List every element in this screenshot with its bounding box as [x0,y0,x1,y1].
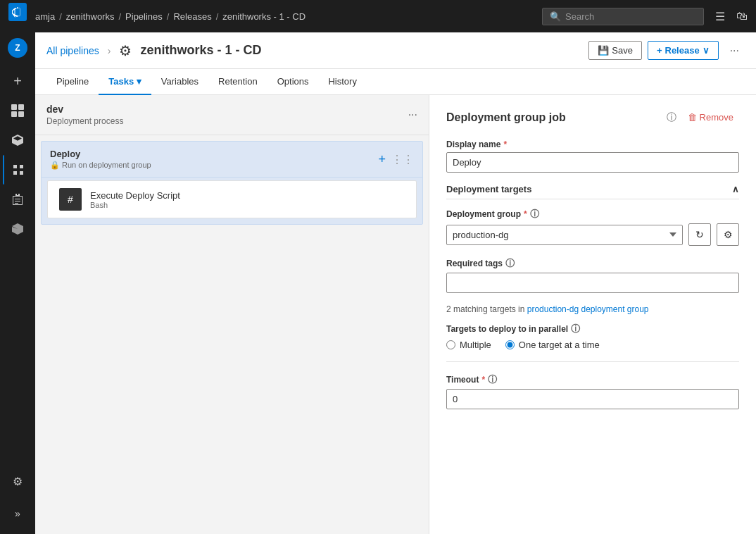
main-layout: Z + ⚙ » All pipelines › ⚙ zenithworks - … [0,32,756,534]
plus-icon: + [657,45,662,56]
sidebar-item-boards[interactable] [3,96,32,125]
deployment-group-dropdown-row: production-dg ↻ ⚙ [446,223,739,246]
user-avatar[interactable]: Z [8,38,27,58]
page-header: All pipelines › ⚙ zenithworks - 1 - CD 💾… [35,32,756,69]
tab-options[interactable]: Options [267,69,319,95]
sidebar-item-repos[interactable] [3,125,32,155]
sidebar-bottom: ⚙ » [3,466,32,534]
targets-parallel-field: Targets to deploy to in parallel ⓘ Multi… [446,323,739,350]
timeout-field: Timeout * ⓘ [446,373,739,409]
breadcrumb-releases[interactable]: Releases [173,11,211,22]
tab-retention[interactable]: Retention [208,69,267,95]
timeout-info-icon[interactable]: ⓘ [488,373,497,386]
required-tags-input[interactable] [446,273,739,293]
right-pane: Deployment group job ⓘ 🗑 Remove Display … [429,95,756,534]
app-logo [8,3,27,21]
header-actions: 💾 Save + Release ∨ ··· [588,41,745,60]
phase-drag-handle[interactable]: ⋮⋮ [391,153,414,166]
deployment-group-label: Deployment group * ⓘ [446,208,739,221]
deployment-group-field: Deployment group * ⓘ production-dg ↻ ⚙ [446,208,739,246]
stage-info: dev Deployment process [46,104,123,126]
breadcrumb-zenithworks[interactable]: zenithworks [66,11,115,22]
sidebar-item-pipelines[interactable] [3,155,32,185]
more-options-button[interactable]: ··· [724,42,745,60]
phase-header: Deploy 🔒 Run on deployment group + ⋮⋮ [42,142,422,178]
tab-variables[interactable]: Variables [151,69,208,95]
save-icon: 💾 [598,45,609,56]
stage-more-button[interactable]: ··· [408,108,417,121]
release-button[interactable]: + Release ∨ [648,41,719,60]
required-marker: * [503,139,507,149]
phase-info: Deploy 🔒 Run on deployment group [50,149,372,170]
tab-tasks[interactable]: Tasks ▾ [99,69,151,95]
deployment-group-info-icon[interactable]: ⓘ [530,208,539,221]
task-item[interactable]: # Execute Deploy Script Bash [47,180,417,218]
targets-parallel-label: Targets to deploy to in parallel ⓘ [446,323,739,335]
sidebar-item-testplans[interactable] [3,185,32,214]
all-pipelines-link[interactable]: All pipelines [46,45,99,56]
required-tags-label: Required tags ⓘ [446,257,739,270]
radio-one-target[interactable]: One target at a time [505,340,600,350]
display-name-group: Display name * [446,139,739,173]
sidebar: Z + ⚙ » [0,32,35,534]
phase-actions: + ⋮⋮ [378,152,414,167]
targets-info-icon[interactable]: ⓘ [571,323,580,335]
task-name: Execute Deploy Script [90,190,180,201]
radio-one-target-input[interactable] [505,340,515,349]
settings-icon[interactable]: ⚙ [3,466,32,496]
stage-name: dev [46,104,123,115]
phase-name: Deploy [50,149,372,159]
phase-add-button[interactable]: + [378,152,386,167]
content-area: All pipelines › ⚙ zenithworks - 1 - CD 💾… [35,32,756,534]
breadcrumb: amja / zenithworks / Pipelines / Release… [35,11,536,22]
right-pane-header: Deployment group job ⓘ 🗑 Remove [446,109,739,125]
deployment-group-select[interactable]: production-dg [446,225,683,245]
phase-subtitle: 🔒 Run on deployment group [50,161,372,170]
manage-button[interactable]: ⚙ [717,223,739,246]
matching-text: 2 matching targets in production-dg depl… [446,304,739,314]
deployment-targets-section: Deployment targets ∧ [446,184,739,199]
remove-button[interactable]: 🗑 Remove [682,109,739,125]
search-box[interactable]: 🔍 [542,8,704,25]
right-pane-title: Deployment group job [446,111,661,124]
divider [446,361,739,362]
chevron-down-icon: ∨ [703,45,710,56]
display-name-label: Display name * [446,139,739,149]
svg-rect-2 [11,111,17,117]
breadcrumb-separator: › [108,45,111,56]
radio-multiple[interactable]: Multiple [446,340,491,350]
breadcrumb-pipelines[interactable]: Pipelines [125,11,163,22]
task-icon: # [59,188,82,211]
bell-icon[interactable]: 🛍 [736,10,748,23]
svg-rect-3 [18,111,24,117]
search-icon: 🔍 [550,11,561,22]
search-input[interactable] [565,11,696,22]
timeout-input[interactable] [446,389,739,409]
display-name-input[interactable] [446,152,739,173]
tabs-bar: Pipeline Tasks ▾ Variables Retention Opt… [35,69,756,95]
svg-rect-1 [18,104,24,110]
matching-link[interactable]: production-dg deployment group [527,304,649,314]
required-tags-info-icon[interactable]: ⓘ [505,257,515,270]
list-icon[interactable]: ☰ [715,10,725,23]
phase-container: Deploy 🔒 Run on deployment group + ⋮⋮ [41,141,423,225]
stage-subtitle: Deployment process [46,116,123,126]
collapse-section-icon[interactable]: ∧ [732,184,739,194]
tab-pipeline[interactable]: Pipeline [46,69,99,95]
collapse-icon[interactable]: » [3,499,32,528]
save-button[interactable]: 💾 Save [588,41,642,60]
radio-multiple-input[interactable] [446,340,455,349]
info-icon[interactable]: ⓘ [667,111,676,124]
split-pane: dev Deployment process ··· Deploy 🔒 Run … [35,95,756,534]
refresh-button[interactable]: ↻ [688,223,711,246]
sidebar-item-artifacts[interactable] [3,214,32,244]
breadcrumb-amja[interactable]: amja [35,11,55,22]
stage-header: dev Deployment process ··· [35,95,429,135]
breadcrumb-current[interactable]: zenithworks - 1 - CD [222,11,305,22]
required-marker-2: * [524,209,527,219]
tab-history[interactable]: History [318,69,366,95]
required-tags-field: Required tags ⓘ [446,257,739,293]
top-nav-icons: ☰ 🛍 [715,10,748,23]
page-title: zenithworks - 1 - CD [140,43,261,58]
sidebar-item-add[interactable]: + [3,66,32,96]
